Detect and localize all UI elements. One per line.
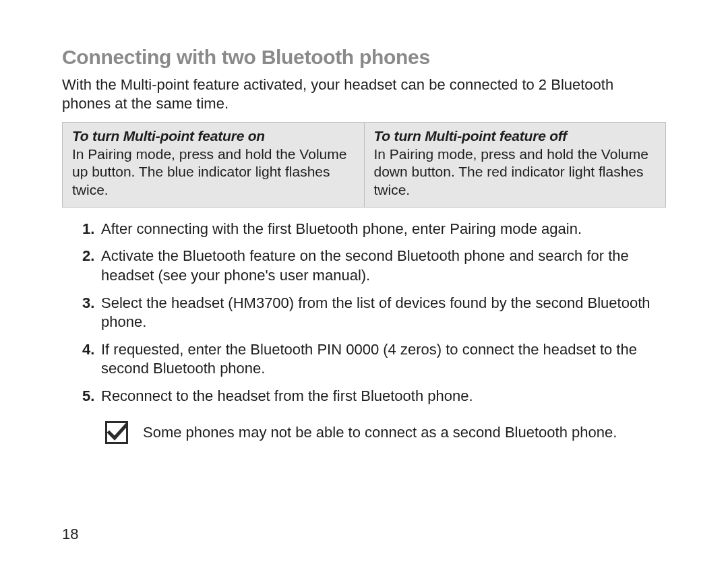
step-text: Activate the Bluetooth feature on the se… [101,247,629,284]
page-number: 18 [62,526,78,543]
step-number: 4. [82,340,94,360]
table-cell-off: To turn Multi-point feature off In Pairi… [364,123,666,208]
steps-list: 1. After connecting with the first Bluet… [62,220,666,406]
step-text: After connecting with the first Bluetoot… [101,220,582,237]
cell-body-off: In Pairing mode, press and hold the Volu… [374,146,657,199]
multipoint-feature-table: To turn Multi-point feature on In Pairin… [62,122,666,208]
cell-title-on: To turn Multi-point feature on [72,128,355,144]
step-number: 3. [82,294,94,313]
step-text: Select the headset (HM3700) from the lis… [101,294,650,331]
section-heading: Connecting with two Bluetooth phones [62,46,666,69]
check-icon [105,421,128,444]
step-number: 2. [82,247,94,266]
list-item: 4. If requested, enter the Bluetooth PIN… [82,340,666,379]
list-item: 2. Activate the Bluetooth feature on the… [82,247,666,285]
step-number: 5. [82,387,94,406]
note-text: Some phones may not be able to connect a… [143,424,617,441]
intro-paragraph: With the Multi-point feature activated, … [62,75,666,113]
list-item: 1. After connecting with the first Bluet… [82,220,666,239]
step-number: 1. [82,220,94,239]
list-item: 3. Select the headset (HM3700) from the … [82,294,666,332]
manual-page: Connecting with two Bluetooth phones Wit… [0,0,728,566]
table-cell-on: To turn Multi-point feature on In Pairin… [63,123,365,208]
step-text: Reconnect to the headset from the first … [101,387,473,404]
cell-body-on: In Pairing mode, press and hold the Volu… [72,146,355,199]
list-item: 5. Reconnect to the headset from the fir… [82,387,666,406]
step-text: If requested, enter the Bluetooth PIN 00… [101,341,637,377]
cell-title-off: To turn Multi-point feature off [374,128,657,144]
note-row: Some phones may not be able to connect a… [62,421,666,444]
